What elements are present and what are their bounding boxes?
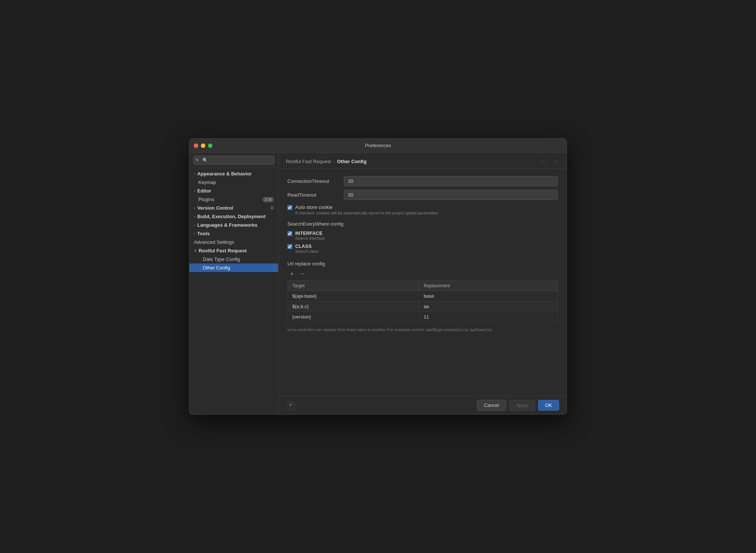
back-arrow-button[interactable]: ←: [539, 158, 548, 165]
main-content-area: › Appearance & Behavior Keymap › Editor …: [189, 153, 567, 414]
url-replace-section: Url replace config + − Target Replacemen…: [287, 261, 558, 333]
footer-buttons: Cancel Apply OK: [477, 400, 559, 411]
sidebar-item-label: Version Control: [197, 205, 233, 211]
connection-timeout-label: ConnectionTimeout: [287, 178, 339, 184]
table-cell-replacement: 11: [419, 312, 557, 322]
titlebar: Preferences: [189, 139, 567, 153]
search-interface-label[interactable]: INTERFACE: [295, 230, 323, 236]
sidebar-item-label: Keymap: [198, 180, 216, 185]
sidebar-item-label: Tools: [197, 231, 210, 236]
preferences-window: Preferences › Appearance & Behavior Keym…: [189, 138, 567, 415]
auto-cookie-checkbox[interactable]: [287, 205, 292, 210]
chevron-right-icon: ›: [194, 189, 195, 193]
col-header-replacement: Replacement: [419, 281, 557, 291]
read-timeout-input[interactable]: [344, 190, 558, 200]
navigation-arrows: ← →: [539, 158, 559, 165]
col-header-target: Target: [288, 281, 419, 291]
sidebar-item-label: Build, Execution, Deployment: [197, 214, 265, 219]
close-button[interactable]: [194, 143, 198, 148]
search-class-content: CLASS Search class: [295, 243, 319, 253]
sidebar-item-label: Editor: [197, 188, 211, 194]
sidebar-item-label: Other Config: [203, 265, 230, 271]
plugins-badge: 2 ⊞: [263, 197, 274, 202]
breadcrumb-separator: ›: [333, 159, 335, 164]
table-row[interactable]: ${a.b.c}aa: [288, 301, 558, 312]
read-timeout-row: ReadTimeout: [287, 190, 558, 200]
sidebar-item-keymap[interactable]: Keymap: [189, 178, 278, 187]
minimize-button[interactable]: [201, 143, 205, 148]
sidebar-item-plugins[interactable]: Plugins 2 ⊞: [189, 195, 278, 204]
breadcrumb: Restful Fast Request › Other Config: [286, 159, 366, 164]
auto-cookie-content: Auto store cookie If checked, cookies wi…: [295, 204, 439, 215]
sidebar-item-label: Languages & Frameworks: [197, 222, 257, 228]
chevron-right-icon: ›: [194, 172, 195, 176]
search-everywhere-title: SearchEveryWhere config: [287, 221, 558, 227]
table-cell-replacement: aa: [419, 301, 557, 312]
cancel-button[interactable]: Cancel: [477, 400, 506, 411]
search-interface-row: INTERFACE Search interface: [287, 230, 558, 240]
apply-button[interactable]: Apply: [509, 400, 535, 411]
search-interface-checkbox[interactable]: [287, 231, 292, 236]
chevron-right-icon: ›: [194, 214, 195, 219]
sidebar-item-appearance[interactable]: › Appearance & Behavior: [189, 169, 278, 178]
sidebar-item-tools[interactable]: › Tools: [189, 229, 278, 238]
chevron-right-icon: ›: [194, 223, 195, 227]
grid-icon: ⊞: [268, 197, 271, 201]
remove-row-button[interactable]: −: [298, 269, 307, 278]
maximize-button[interactable]: [208, 143, 212, 148]
table-toolbar: + −: [287, 269, 558, 278]
breadcrumb-parent: Restful Fast Request: [286, 159, 331, 164]
url-replace-title: Url replace config: [287, 261, 558, 266]
table-row[interactable]: ${api-base}base: [288, 291, 558, 301]
sidebar-item-languages[interactable]: › Languages & Frameworks: [189, 221, 278, 229]
sidebar-item-advanced[interactable]: Advanced Settings: [189, 238, 278, 246]
ok-button[interactable]: OK: [538, 400, 559, 411]
sidebar-item-label: Date Type Config: [203, 256, 240, 262]
search-class-checkbox[interactable]: [287, 244, 292, 249]
sidebar-item-label: Advanced Settings: [194, 239, 234, 245]
search-everywhere-section: SearchEveryWhere config INTERFACE Search…: [287, 221, 558, 253]
help-button[interactable]: ?: [286, 401, 295, 410]
badge-count: 2: [265, 197, 267, 202]
add-row-button[interactable]: +: [287, 269, 296, 278]
url-replace-note: url in controller can replace from fixed…: [287, 327, 558, 333]
search-bar-container: [189, 153, 278, 168]
table-cell-target: {version}: [288, 312, 419, 322]
sidebar-item-build[interactable]: › Build, Execution, Deployment: [189, 212, 278, 221]
search-bar-wrap: [193, 156, 274, 165]
sidebar: › Appearance & Behavior Keymap › Editor …: [189, 153, 278, 414]
table-row[interactable]: {version}11: [288, 312, 558, 322]
connection-timeout-row: ConnectionTimeout: [287, 176, 558, 186]
main-panel: Restful Fast Request › Other Config ← → …: [278, 153, 567, 414]
search-class-sub: Search class: [295, 249, 319, 253]
window-title: Preferences: [365, 143, 391, 148]
panel-header: Restful Fast Request › Other Config ← →: [278, 153, 567, 169]
read-timeout-label: ReadTimeout: [287, 192, 339, 198]
footer: ? Cancel Apply OK: [278, 396, 567, 414]
version-control-icon: ⊞: [270, 206, 274, 210]
chevron-right-icon: ›: [194, 232, 195, 236]
sidebar-item-label: Appearance & Behavior: [197, 171, 252, 177]
sidebar-item-date-type[interactable]: Date Type Config: [189, 255, 278, 263]
chevron-right-icon: ›: [194, 206, 195, 210]
sidebar-item-version-control[interactable]: › Version Control ⊞: [189, 204, 278, 212]
panel-content: ConnectionTimeout ReadTimeout Auto store…: [278, 169, 567, 396]
auto-cookie-label[interactable]: Auto store cookie: [295, 204, 332, 210]
sidebar-item-other-config[interactable]: Other Config: [189, 263, 278, 272]
sidebar-item-restful[interactable]: ∨ Restful Fast Request: [189, 246, 278, 255]
auto-cookie-description: If checked, cookies will be automaticall…: [295, 211, 439, 215]
search-class-label[interactable]: CLASS: [295, 243, 312, 249]
search-interface-content: INTERFACE Search interface: [295, 230, 325, 240]
forward-arrow-button[interactable]: →: [550, 158, 559, 165]
chevron-down-icon: ∨: [194, 249, 196, 253]
window-controls: [194, 143, 212, 148]
search-interface-sub: Search interface: [295, 236, 325, 240]
search-input[interactable]: [193, 156, 274, 165]
table-cell-target: ${a.b.c}: [288, 301, 419, 312]
breadcrumb-current: Other Config: [337, 159, 366, 164]
url-replace-table: Target Replacement ${api-base}base${a.b.…: [287, 281, 558, 322]
search-class-row: CLASS Search class: [287, 243, 558, 253]
table-cell-target: ${api-base}: [288, 291, 419, 301]
connection-timeout-input[interactable]: [344, 176, 558, 186]
sidebar-item-editor[interactable]: › Editor: [189, 187, 278, 195]
